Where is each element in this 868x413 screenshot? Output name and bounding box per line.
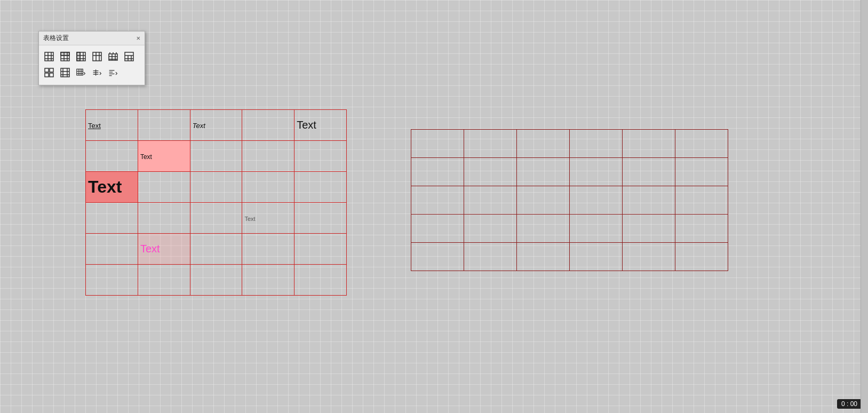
table-cell[interactable]: [294, 265, 347, 296]
table-cell[interactable]: [190, 172, 242, 203]
table-cell[interactable]: [675, 158, 728, 186]
table-cell[interactable]: [464, 186, 517, 215]
table-cell[interactable]: [517, 130, 570, 158]
table-cell[interactable]: [464, 130, 517, 158]
cell-text: Text: [88, 122, 101, 130]
table-cell[interactable]: [517, 158, 570, 186]
svg-rect-29: [125, 52, 133, 61]
table-cell[interactable]: [138, 172, 190, 203]
svg-rect-38: [61, 68, 69, 77]
table-row: [86, 265, 347, 296]
table-cell[interactable]: [517, 243, 570, 271]
table-cell[interactable]: [86, 234, 138, 265]
table-cell[interactable]: [623, 158, 675, 186]
table-cell[interactable]: [294, 141, 347, 172]
table-cell[interactable]: [623, 130, 675, 158]
cell-text: Text: [88, 177, 122, 196]
table-row: Text: [86, 203, 347, 234]
table-cell[interactable]: Text: [138, 234, 190, 265]
table-row: Text Text Text: [86, 110, 347, 141]
table-cell[interactable]: [242, 172, 294, 203]
table-cell[interactable]: [86, 141, 138, 172]
table-cell[interactable]: [464, 243, 517, 271]
table-cell[interactable]: [242, 234, 294, 265]
cell-text: Text: [193, 122, 205, 130]
table-cell[interactable]: [86, 265, 138, 296]
table-icon-2[interactable]: [58, 50, 72, 63]
cell-text: Text: [140, 153, 152, 161]
table-cell[interactable]: [464, 215, 517, 243]
svg-rect-35: [50, 68, 53, 72]
table-cell[interactable]: [570, 158, 623, 186]
table-cell[interactable]: [190, 234, 242, 265]
svg-rect-5: [61, 52, 69, 55]
table-icon-4[interactable]: [90, 50, 104, 63]
table-cell[interactable]: [294, 234, 347, 265]
table-cell[interactable]: [517, 186, 570, 215]
svg-rect-17: [93, 52, 101, 61]
table-cell[interactable]: [242, 141, 294, 172]
table-cell[interactable]: [623, 186, 675, 215]
close-button[interactable]: ×: [136, 35, 140, 42]
svg-rect-34: [45, 68, 49, 72]
align-dropdown[interactable]: [90, 66, 104, 80]
table-row: [411, 158, 728, 186]
settings-titlebar: 表格设置 ×: [39, 31, 145, 45]
text-align-dropdown[interactable]: [106, 66, 120, 80]
table-cell[interactable]: [138, 110, 190, 141]
table-cell[interactable]: [517, 215, 570, 243]
table-cell[interactable]: [242, 265, 294, 296]
table-icon-5[interactable]: [106, 50, 120, 63]
table-cell[interactable]: [190, 203, 242, 234]
settings-title: 表格设置: [43, 34, 69, 43]
table-icon-3[interactable]: [74, 50, 88, 63]
table-cell[interactable]: [623, 215, 675, 243]
table-cell[interactable]: [623, 243, 675, 271]
table-cell[interactable]: [675, 130, 728, 158]
table-cell[interactable]: [411, 186, 464, 215]
table-cell[interactable]: Text: [242, 203, 294, 234]
table-cell[interactable]: Text: [294, 110, 347, 141]
table-cell[interactable]: [411, 158, 464, 186]
table-cell[interactable]: [190, 141, 242, 172]
scrollbar[interactable]: [861, 0, 868, 413]
table-icon-6[interactable]: [122, 50, 136, 63]
table-cell[interactable]: Text: [86, 110, 138, 141]
border-dropdown[interactable]: [74, 66, 88, 80]
svg-rect-0: [45, 52, 53, 61]
table-cell[interactable]: [675, 243, 728, 271]
table-cell[interactable]: [411, 130, 464, 158]
table-cell[interactable]: [675, 186, 728, 215]
timer: 0 : 00: [837, 399, 862, 409]
table-cell[interactable]: [570, 243, 623, 271]
table-cell[interactable]: [190, 265, 242, 296]
table-cell[interactable]: [294, 203, 347, 234]
right-table: [411, 129, 728, 271]
settings-body: [39, 45, 145, 85]
table-row: [411, 186, 728, 215]
left-table-wrapper: Text Text Text Text Text: [85, 109, 347, 296]
table-cell[interactable]: Text: [138, 141, 190, 172]
table-cell[interactable]: [675, 215, 728, 243]
right-table-wrapper: [411, 129, 728, 271]
svg-rect-11: [77, 52, 80, 61]
table-cell[interactable]: [86, 203, 138, 234]
table-cell[interactable]: [411, 215, 464, 243]
table-icon-8[interactable]: [58, 66, 72, 80]
table-cell[interactable]: [570, 186, 623, 215]
table-icon-1[interactable]: [42, 50, 56, 63]
table-cell[interactable]: Text: [86, 172, 138, 203]
table-cell[interactable]: [570, 130, 623, 158]
table-cell[interactable]: [294, 172, 347, 203]
table-cell[interactable]: [242, 110, 294, 141]
table-row: [411, 215, 728, 243]
table-cell[interactable]: [464, 158, 517, 186]
table-cell[interactable]: [138, 203, 190, 234]
table-cell[interactable]: Text: [190, 110, 242, 141]
cell-text: Text: [297, 119, 316, 131]
table-cell[interactable]: [138, 265, 190, 296]
table-cell[interactable]: [411, 243, 464, 271]
table-cell[interactable]: [570, 215, 623, 243]
table-icon-7[interactable]: [42, 66, 56, 80]
svg-rect-43: [77, 69, 83, 75]
